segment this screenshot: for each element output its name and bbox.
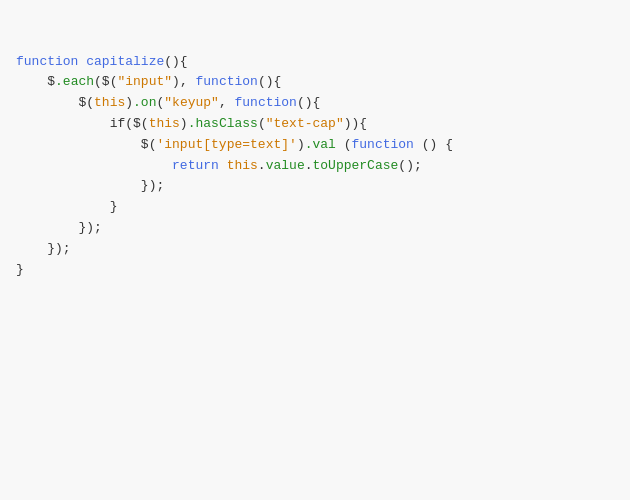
token: $( <box>102 72 118 93</box>
indent <box>16 114 110 135</box>
indent <box>16 93 78 114</box>
token: . <box>258 156 266 177</box>
code-line: } <box>0 197 630 218</box>
token: $ <box>47 72 55 93</box>
token: .each <box>55 72 94 93</box>
token: (){ <box>297 93 320 114</box>
token: }); <box>78 218 101 239</box>
token: (){ <box>258 72 281 93</box>
token: "text-cap" <box>266 114 344 135</box>
token: return <box>172 156 227 177</box>
code-line: }); <box>0 218 630 239</box>
token: }); <box>47 239 70 260</box>
token: , <box>219 93 235 114</box>
token: ( <box>94 72 102 93</box>
token: this <box>227 156 258 177</box>
token: if <box>110 114 126 135</box>
token: . <box>305 156 313 177</box>
token: ( <box>336 135 352 156</box>
code-line: $('input[type=text]').val (function () { <box>0 135 630 156</box>
token: ), <box>172 72 195 93</box>
token: ) <box>180 114 188 135</box>
indent <box>16 72 47 93</box>
token: this <box>94 93 125 114</box>
token: this <box>149 114 180 135</box>
token: .val <box>305 135 336 156</box>
code-line: }); <box>0 176 630 197</box>
token: }); <box>141 176 164 197</box>
code-line: }); <box>0 239 630 260</box>
token: ( <box>156 93 164 114</box>
token: value <box>266 156 305 177</box>
indent <box>16 135 141 156</box>
token: } <box>16 260 24 281</box>
token: $( <box>141 135 157 156</box>
indent <box>16 176 141 197</box>
token: ($( <box>125 114 148 135</box>
token: "input" <box>117 72 172 93</box>
token: .on <box>133 93 156 114</box>
token: "keyup" <box>164 93 219 114</box>
indent <box>16 218 78 239</box>
token: )){ <box>344 114 367 135</box>
token: ) <box>297 135 305 156</box>
code-editor: function capitalize(){ $.each($("input")… <box>0 0 630 290</box>
token: toUpperCase <box>313 156 399 177</box>
code-line: $(this).on("keyup", function(){ <box>0 93 630 114</box>
code-line: function capitalize(){ <box>0 52 630 73</box>
token: } <box>110 197 118 218</box>
indent <box>16 239 47 260</box>
token: function <box>195 72 257 93</box>
indent <box>16 197 110 218</box>
token: capitalize <box>86 52 164 73</box>
token: $( <box>78 93 94 114</box>
token: (); <box>398 156 421 177</box>
code-line: if($(this).hasClass("text-cap")){ <box>0 114 630 135</box>
token: ( <box>258 114 266 135</box>
token: 'input[type=text]' <box>156 135 296 156</box>
token: .hasClass <box>188 114 258 135</box>
code-line: $.each($("input"), function(){ <box>0 72 630 93</box>
token: ) <box>125 93 133 114</box>
token: function <box>352 135 414 156</box>
token: (){ <box>164 52 187 73</box>
token: () { <box>414 135 453 156</box>
code-line: } <box>0 260 630 281</box>
indent <box>16 156 172 177</box>
token: function <box>235 93 297 114</box>
code-line: return this.value.toUpperCase(); <box>0 156 630 177</box>
token: function <box>16 52 86 73</box>
